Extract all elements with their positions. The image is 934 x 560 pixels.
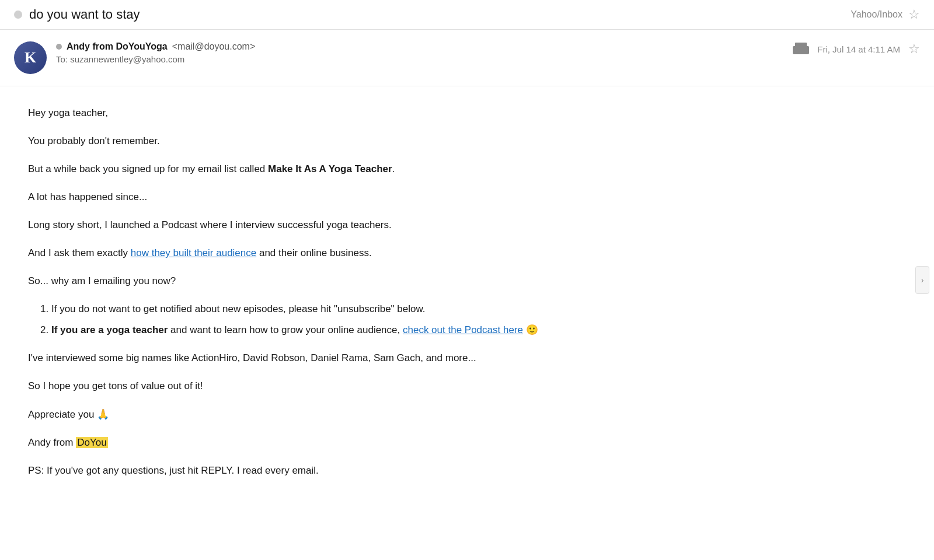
print-icon[interactable] — [793, 43, 809, 55]
paragraph-10: Andy from DoYou — [28, 435, 556, 451]
title-bar: do you want to stay Yahoo/Inbox ☆ — [0, 0, 934, 30]
email-header: K Andy from DoYouYoga <mail@doyou.com> T… — [0, 30, 934, 86]
podcast-link[interactable]: check out the Podcast here — [403, 324, 523, 335]
scroll-right-arrow[interactable]: › — [915, 266, 929, 294]
list-item-1: If you do not want to get notified about… — [51, 301, 556, 317]
sender-name: Andy from DoYouYoga — [67, 41, 168, 52]
sender-info: K Andy from DoYouYoga <mail@doyou.com> T… — [14, 41, 255, 74]
star-icon-title[interactable]: ☆ — [908, 7, 920, 22]
paragraph-3: A lot has happened since... — [28, 189, 556, 205]
paragraph-5: And I ask them exactly how they built th… — [28, 245, 556, 261]
email-header-right: Fri, Jul 14 at 4:11 AM ☆ — [793, 41, 920, 57]
paragraph-4: Long story short, I launched a Podcast w… — [28, 217, 556, 233]
email-body: Hey yoga teacher, You probably don't rem… — [0, 86, 584, 514]
title-bar-right: Yahoo/Inbox ☆ — [851, 7, 920, 22]
sender-name-row: Andy from DoYouYoga <mail@doyou.com> — [56, 41, 255, 52]
email-subject: do you want to stay — [29, 7, 140, 22]
to-address: To: suzannewentley@yahoo.com — [56, 54, 255, 64]
paragraph-7: I've interviewed some big names like Act… — [28, 350, 556, 366]
avatar: K — [14, 41, 47, 74]
paragraph-9: Appreciate you 🙏 — [28, 407, 556, 423]
paragraph-6: So... why am I emailing you now? — [28, 273, 556, 289]
date-label: Fri, Jul 14 at 4:11 AM — [817, 44, 900, 54]
star-icon[interactable]: ☆ — [908, 41, 920, 57]
breadcrumb: Yahoo/Inbox — [851, 9, 902, 20]
paragraph-2: But a while back you signed up for my em… — [28, 161, 556, 177]
sender-email: <mail@doyou.com> — [172, 41, 256, 52]
sender-details: Andy from DoYouYoga <mail@doyou.com> To:… — [56, 41, 255, 64]
doyou-highlight: DoYou — [76, 437, 107, 448]
email-list: If you do not want to get notified about… — [51, 301, 556, 338]
online-dot — [56, 44, 62, 50]
paragraph-1: You probably don't remember. — [28, 133, 556, 149]
greeting: Hey yoga teacher, — [28, 105, 556, 121]
paragraph-8: So I hope you get tons of value out of i… — [28, 378, 556, 394]
audience-link[interactable]: how they built their audience — [131, 247, 256, 258]
paragraph-11: PS: If you've got any questions, just hi… — [28, 463, 556, 479]
title-bar-left: do you want to stay — [14, 7, 140, 22]
window-dot — [14, 10, 22, 19]
list-item-2: If you are a yoga teacher and want to le… — [51, 322, 556, 338]
